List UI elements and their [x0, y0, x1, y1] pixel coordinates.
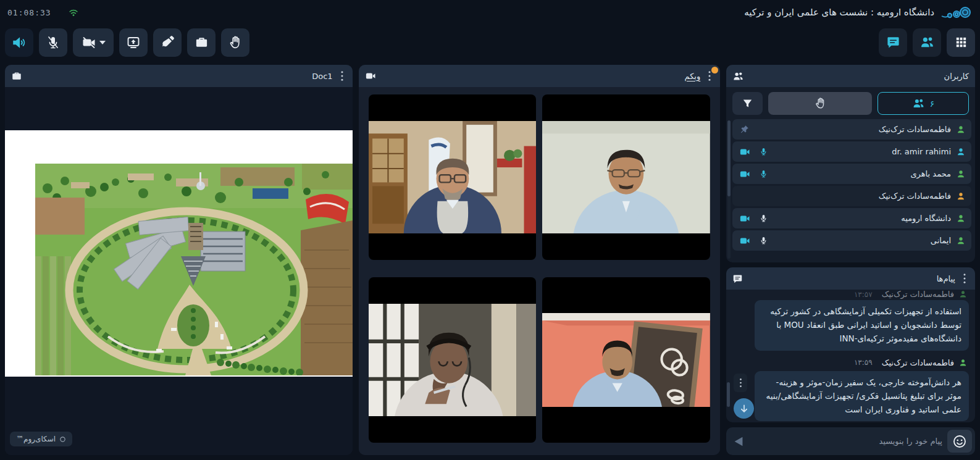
emoji-smile-icon — [952, 434, 967, 449]
emoji-button[interactable] — [947, 430, 972, 453]
document-title: Doc1 — [312, 72, 332, 81]
user-name: dr. amir rahimi — [892, 147, 951, 156]
main-area: Doc1 — [0, 60, 980, 460]
webcam-panel: وبکم — [359, 65, 721, 455]
user-name: ایمانی — [931, 236, 951, 245]
users-panel-header: کاربران — [726, 65, 975, 87]
hand-icon — [228, 35, 243, 50]
user-row[interactable]: فاطمه‌سادات ترک‌نیک — [732, 119, 971, 140]
message-input[interactable] — [753, 437, 942, 446]
camera-icon[interactable] — [739, 213, 750, 224]
user-row[interactable]: ایمانی — [732, 230, 971, 251]
camera-icon[interactable] — [739, 146, 750, 157]
user-row[interactable]: dr. amir rahimi — [732, 141, 971, 162]
document-panel-header: Doc1 — [5, 65, 353, 87]
campus-aerial-photo — [35, 164, 353, 375]
webcam-panel-title: وبکم — [685, 72, 701, 81]
raise-hand-button[interactable] — [221, 28, 249, 57]
top-bar: 01:08:33 دانشگاه ارومیه : نشست های علمی … — [0, 0, 980, 25]
user-status-icon — [956, 125, 966, 135]
users-icon — [912, 97, 925, 110]
messages-panel-title: پیام‌ها — [937, 274, 955, 283]
video-tile — [369, 277, 537, 443]
users-panel: کاربران ۶ فاطمه‌سادات ترک‌نیک — [726, 65, 975, 262]
user-list: فاطمه‌سادات ترک‌نیک dr. amir rahimi محمد… — [726, 119, 975, 262]
camera-icon[interactable] — [739, 235, 750, 246]
video-tile — [542, 94, 710, 260]
skyroom-watermark: اسکای‌روم™ — [10, 432, 72, 446]
grid-icon — [954, 35, 968, 49]
room-title: دانشگاه ارومیه : نشست های علمی ایران و ت… — [744, 7, 934, 18]
user-status-icon — [956, 236, 966, 246]
funnel-icon — [742, 98, 753, 109]
participants-toggle-button[interactable] — [913, 28, 941, 57]
user-name: فاطمه‌سادات ترک‌نیک — [879, 191, 951, 201]
mic-icon[interactable] — [759, 147, 768, 156]
annotate-button[interactable] — [153, 28, 182, 57]
document-viewport[interactable]: اسکای‌روم™ — [5, 87, 353, 455]
camera-icon[interactable] — [739, 169, 750, 180]
mic-icon[interactable] — [759, 169, 768, 178]
user-status-icon — [958, 291, 968, 299]
user-name: دانشگاه ارومیه — [901, 214, 951, 223]
filter-button[interactable] — [732, 92, 763, 115]
send-arrow-icon — [732, 435, 745, 448]
user-row[interactable]: دانشگاه ارومیه — [732, 208, 971, 228]
chat-toggle-button[interactable] — [879, 28, 907, 57]
chevron-down-icon — [99, 41, 106, 44]
user-row[interactable]: فاطمه‌سادات ترک‌نیک — [732, 186, 971, 206]
message-list[interactable]: فاطمه‌سادات ترک‌نیک ۱۳:۵۷ استفاده از تجه… — [726, 290, 975, 422]
speaker-icon — [11, 35, 27, 51]
screen-share-button[interactable] — [119, 28, 148, 57]
camera-icon — [365, 70, 376, 82]
chat-icon — [886, 35, 900, 49]
user-row[interactable]: محمد باهری — [732, 164, 971, 184]
arrow-down-icon — [739, 403, 750, 414]
toolbar-left-group — [5, 28, 249, 57]
raised-hands-tab[interactable] — [768, 92, 872, 115]
notification-dot — [711, 67, 718, 73]
pin-icon — [739, 124, 750, 135]
chat-icon — [732, 274, 743, 284]
user-name: محمد باهری — [910, 169, 951, 178]
toolbar — [0, 25, 980, 60]
user-name: فاطمه‌سادات ترک‌نیک — [879, 125, 951, 134]
message: استفاده از تجهیزات تکمیلی آزمایشگاهی در … — [732, 300, 969, 351]
document-panel: Doc1 — [5, 65, 353, 455]
user-status-icon — [956, 169, 966, 179]
session-timer: 01:08:33 — [7, 8, 51, 17]
hand-icon — [814, 97, 827, 110]
video-tile — [542, 277, 710, 443]
users-icon — [919, 35, 935, 50]
layout-grid-button[interactable] — [947, 28, 975, 57]
user-status-icon — [956, 191, 966, 201]
message: هر دانش‌آموخته خارجی، یک سفیر زمان-موثر … — [732, 371, 969, 422]
message-bubble: هر دانش‌آموخته خارجی، یک سفیر زمان-موثر … — [755, 371, 969, 422]
skyroom-logo — [940, 3, 973, 22]
send-button[interactable] — [729, 435, 748, 448]
mic-icon[interactable] — [759, 214, 768, 223]
kebab-menu-icon[interactable] — [338, 70, 346, 82]
message-kebab-menu[interactable] — [734, 374, 747, 392]
briefcase-icon — [11, 70, 22, 82]
microphone-button[interactable] — [39, 28, 67, 57]
camera-button[interactable] — [73, 28, 114, 57]
content-library-button[interactable] — [187, 28, 216, 57]
message-time: ۱۳:۵۹ — [854, 358, 873, 367]
kebab-menu-icon[interactable] — [960, 273, 969, 284]
ring-icon — [59, 436, 66, 443]
toolbar-right-group — [879, 28, 975, 57]
message-sender-row: فاطمه‌سادات ترک‌نیک ۱۳:۵۹ — [732, 356, 969, 370]
user-status-icon — [956, 214, 966, 224]
scrollbar[interactable] — [727, 120, 731, 259]
mic-muted-icon — [46, 35, 61, 50]
message-time: ۱۳:۵۷ — [854, 291, 873, 299]
right-column: کاربران ۶ فاطمه‌سادات ترک‌نیک — [726, 65, 975, 455]
speaker-button[interactable] — [5, 28, 33, 57]
sender-name: فاطمه‌سادات ترک‌نیک — [882, 358, 954, 367]
all-users-tab[interactable]: ۶ — [877, 92, 969, 115]
camera-muted-icon — [82, 35, 96, 50]
mic-icon[interactable] — [759, 236, 768, 245]
watermark-label: اسکای‌روم™ — [16, 435, 56, 443]
scrollbar[interactable] — [727, 382, 730, 407]
